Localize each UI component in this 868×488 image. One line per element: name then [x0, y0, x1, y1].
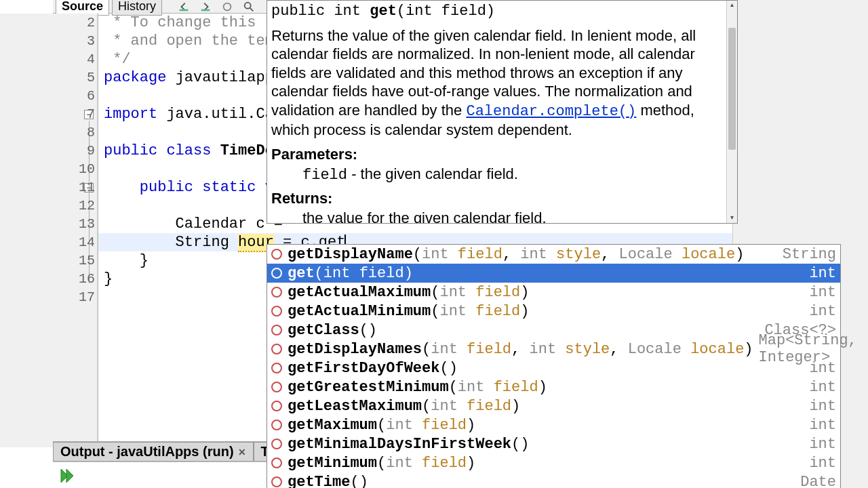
refresh-icon[interactable] — [219, 1, 235, 13]
autocomplete-signature: getActualMinimum(int field) — [288, 303, 804, 320]
autocomplete-item[interactable]: getMinimalDaysInFirstWeek()int — [267, 434, 840, 453]
method-icon — [271, 306, 282, 317]
javadoc-parameter: field - the given calendar field. — [302, 165, 733, 185]
autocomplete-return-type: int — [809, 436, 836, 453]
autocomplete-signature: getMinimalDaysInFirstWeek() — [288, 436, 804, 453]
line-gutter: − − 234567891011121314151617 — [0, 14, 98, 447]
method-icon — [271, 325, 282, 336]
autocomplete-signature: getDisplayNames(int field, int style, Lo… — [288, 341, 753, 358]
close-icon[interactable]: ✕ — [238, 447, 246, 458]
autocomplete-return-type: int — [809, 379, 836, 396]
nav-back-icon[interactable] — [176, 1, 192, 13]
autocomplete-item[interactable]: getClass()Class<?> — [267, 321, 840, 340]
autocomplete-item[interactable]: getMinimum(int field)int — [267, 453, 840, 472]
output-tab[interactable]: Output - javaUtilApps (run) ✕ — [53, 442, 254, 462]
search-icon[interactable] — [241, 1, 257, 13]
line-number: 7 — [0, 105, 98, 123]
autocomplete-item[interactable]: getActualMaximum(int field)int — [267, 283, 840, 302]
autocomplete-item[interactable]: getLeastMaximum(int field)int — [267, 396, 840, 415]
method-icon — [271, 476, 282, 487]
autocomplete-return-type: int — [809, 360, 836, 377]
javadoc-link[interactable]: Calendar.complete() — [466, 103, 636, 120]
method-icon — [271, 344, 282, 354]
autocomplete-return-type: int — [809, 284, 836, 301]
method-icon — [271, 458, 282, 468]
method-icon — [271, 439, 282, 449]
autocomplete-signature: get(int field) — [288, 265, 804, 282]
javadoc-signature: public int get(int field) — [271, 2, 733, 21]
javadoc-popup: public int get(int field) Returns the va… — [267, 0, 738, 224]
method-icon — [271, 249, 282, 260]
autocomplete-signature: getMinimum(int field) — [288, 455, 804, 472]
scroll-up-icon[interactable]: ▴ — [727, 1, 737, 10]
javadoc-parameters-heading: Parameters: — [271, 145, 733, 164]
autocomplete-signature: getFirstDayOfWeek() — [288, 360, 804, 377]
javadoc-scrollbar[interactable]: ▴ ▾ — [726, 1, 737, 223]
method-icon — [271, 382, 282, 392]
autocomplete-item[interactable]: getGreatestMinimum(int field)int — [267, 378, 840, 396]
autocomplete-return-type: int — [809, 303, 836, 320]
javadoc-description: Returns the value of the given calendar … — [271, 26, 733, 140]
line-number: 17 — [0, 288, 98, 306]
line-number: 4 — [0, 50, 98, 68]
autocomplete-signature: getMaximum(int field) — [288, 417, 804, 434]
method-icon — [271, 287, 282, 298]
line-number: 16 — [0, 270, 98, 288]
line-number: 11 — [0, 178, 98, 197]
line-number: 6 — [0, 87, 98, 105]
line-number: 12 — [0, 197, 98, 215]
line-number: 8 — [0, 123, 98, 142]
autocomplete-item[interactable]: get(int field)int — [267, 264, 840, 283]
editor-toolbar — [176, 1, 257, 13]
method-icon — [271, 401, 282, 411]
javadoc-returns-text: the value for the given calendar field. — [302, 209, 733, 224]
run-icon[interactable] — [57, 466, 76, 485]
autocomplete-signature: getTime() — [288, 474, 795, 489]
method-icon — [271, 268, 282, 279]
autocomplete-item[interactable]: getDisplayNames(int field, int style, Lo… — [267, 340, 840, 359]
autocomplete-return-type: int — [809, 398, 836, 415]
autocomplete-signature: getActualMaximum(int field) — [288, 284, 804, 301]
line-number: 5 — [0, 68, 98, 87]
nav-forward-icon[interactable] — [197, 1, 214, 13]
autocomplete-return-type: int — [809, 417, 836, 434]
output-tab-label: Output - javaUtilApps (run) — [60, 444, 234, 460]
svg-line-4 — [250, 7, 254, 11]
autocomplete-item[interactable]: getTime()Date — [267, 472, 840, 488]
autocomplete-signature: getClass() — [288, 322, 759, 339]
autocomplete-signature: getDisplayName(int field, int style, Loc… — [288, 246, 777, 263]
svg-rect-0 — [180, 9, 189, 11]
autocomplete-signature: getLeastMaximum(int field) — [288, 398, 804, 415]
method-icon — [271, 363, 282, 373]
autocomplete-popup[interactable]: getDisplayName(int field, int style, Loc… — [267, 244, 841, 488]
autocomplete-return-type: int — [809, 455, 836, 472]
line-number: 10 — [0, 160, 98, 178]
line-number: 13 — [0, 215, 98, 233]
autocomplete-return-type: int — [809, 265, 836, 282]
autocomplete-return-type: String — [783, 246, 836, 263]
autocomplete-item[interactable]: getFirstDayOfWeek()int — [267, 359, 840, 378]
autocomplete-return-type: Date — [800, 474, 836, 489]
autocomplete-item[interactable]: getMaximum(int field)int — [267, 415, 840, 434]
scroll-thumb[interactable] — [728, 28, 736, 150]
line-number: 3 — [0, 32, 98, 50]
method-icon — [271, 420, 282, 430]
javadoc-returns-heading: Returns: — [271, 189, 733, 208]
autocomplete-item[interactable]: getDisplayName(int field, int style, Loc… — [267, 245, 840, 264]
line-number: 2 — [0, 14, 98, 32]
svg-point-3 — [245, 2, 251, 8]
scroll-down-icon[interactable]: ▾ — [727, 214, 737, 223]
line-number: 9 — [0, 142, 98, 160]
svg-point-2 — [224, 3, 231, 10]
line-number: 14 — [0, 233, 98, 251]
svg-rect-1 — [201, 9, 210, 11]
autocomplete-item[interactable]: getActualMinimum(int field)int — [267, 302, 840, 321]
line-number: 15 — [0, 251, 98, 270]
autocomplete-signature: getGreatestMinimum(int field) — [288, 379, 804, 396]
